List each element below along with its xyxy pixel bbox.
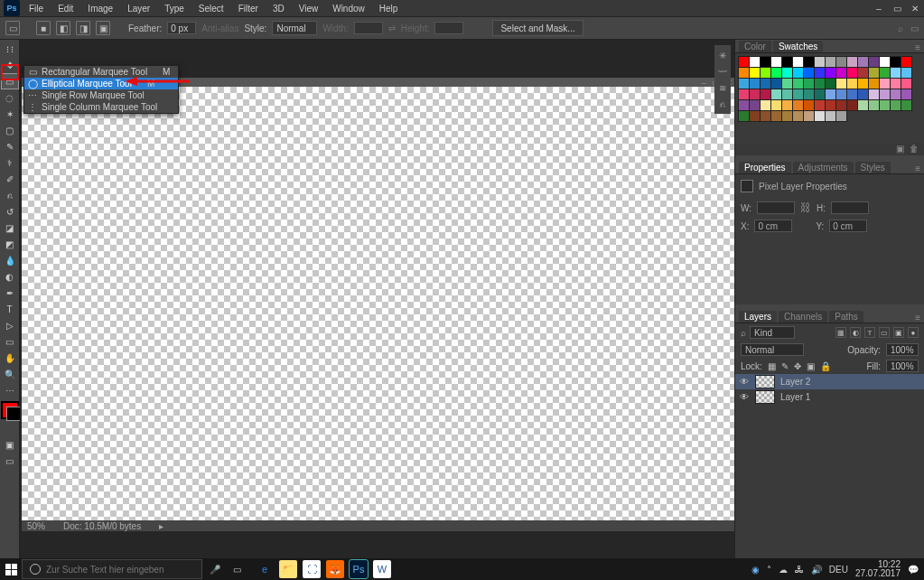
paths-tab[interactable]: Paths	[829, 311, 863, 323]
swatch[interactable]	[793, 100, 803, 110]
lock-icon[interactable]: 🔒	[820, 361, 831, 371]
visibility-icon[interactable]: 👁	[739, 377, 750, 387]
swatch[interactable]	[901, 68, 911, 78]
clone-source-icon[interactable]: ⎌	[716, 98, 729, 110]
window-close[interactable]: ✕	[906, 2, 924, 15]
swatch[interactable]	[739, 100, 749, 110]
menu-3d[interactable]: 3D	[267, 2, 290, 15]
swatch[interactable]	[782, 68, 792, 78]
filter-toggle-icon[interactable]: ●	[908, 327, 919, 338]
swatch[interactable]	[804, 57, 814, 67]
word-icon[interactable]: W	[373, 560, 391, 578]
swatch[interactable]	[836, 68, 846, 78]
layer-row[interactable]: 👁 Layer 2	[735, 374, 924, 389]
swatch[interactable]	[826, 57, 835, 67]
swatch[interactable]	[804, 68, 814, 78]
window-minimize[interactable]: –	[870, 2, 888, 15]
swatch[interactable]	[891, 68, 901, 78]
swatch[interactable]	[815, 68, 825, 78]
swatch[interactable]	[869, 100, 879, 110]
menu-image[interactable]: Image	[82, 2, 118, 15]
swatch[interactable]	[891, 100, 901, 110]
layers-search-icon[interactable]: ⌕	[741, 328, 746, 338]
lasso-tool[interactable]: ◌	[2, 90, 18, 105]
swatch[interactable]	[793, 111, 803, 121]
swatch[interactable]	[750, 89, 760, 99]
brush-panel-icon[interactable]: 〰	[716, 65, 729, 78]
filter-pixel-icon[interactable]: ▦	[835, 327, 846, 338]
visibility-icon[interactable]: 👁	[739, 392, 750, 402]
menu-select[interactable]: Select	[193, 2, 229, 15]
start-button[interactable]	[0, 558, 22, 580]
selection-new-icon[interactable]: ■	[36, 21, 51, 35]
swatch[interactable]	[836, 57, 846, 67]
swatch[interactable]	[836, 89, 846, 99]
layer-thumbnail[interactable]	[755, 390, 775, 404]
photoshop-taskbar-icon[interactable]: Ps	[350, 560, 368, 578]
swatch[interactable]	[750, 68, 760, 78]
tray-lang[interactable]: DEU	[829, 565, 848, 575]
color-tab[interactable]: Color	[739, 41, 771, 52]
swatch[interactable]	[782, 79, 792, 89]
swatch[interactable]	[771, 100, 781, 110]
swatch[interactable]	[793, 89, 803, 99]
brush-presets-icon[interactable]: ≋	[716, 81, 729, 94]
swatch[interactable]	[901, 100, 911, 110]
swatch[interactable]	[826, 100, 835, 110]
swatch[interactable]	[761, 57, 770, 67]
search-input[interactable]	[46, 565, 182, 575]
swatch[interactable]	[793, 57, 803, 67]
swatch[interactable]	[826, 111, 835, 121]
taskbar-clock[interactable]: 10:22 27.07.2017	[855, 560, 901, 578]
menu-window[interactable]: Window	[327, 2, 370, 15]
new-swatch-icon[interactable]: ▣	[896, 144, 904, 154]
filter-shape-icon[interactable]: ▭	[879, 327, 890, 338]
swatch[interactable]	[782, 111, 792, 121]
delete-swatch-icon[interactable]: 🗑	[910, 144, 919, 154]
type-tool[interactable]: T	[2, 302, 18, 316]
tray-up-icon[interactable]: ˄	[767, 565, 771, 575]
style-dropdown[interactable]: Normal	[272, 21, 317, 35]
status-arrow-icon[interactable]: ▸	[159, 521, 163, 531]
swatch[interactable]	[847, 89, 857, 99]
swatch[interactable]	[847, 79, 857, 89]
swatch[interactable]	[771, 68, 781, 78]
swatch[interactable]	[869, 68, 879, 78]
link-wh-icon[interactable]: ⛓	[800, 201, 811, 214]
firefox-icon[interactable]: 🦊	[326, 560, 344, 578]
swatch[interactable]	[804, 79, 814, 89]
workspace-menu-icon[interactable]: ▭	[910, 23, 919, 33]
swatch[interactable]	[750, 100, 760, 110]
menu-help[interactable]: Help	[374, 2, 404, 15]
gradient-tool[interactable]: ◩	[2, 237, 18, 251]
tray-bubble-icon[interactable]: ◉	[751, 565, 760, 575]
swatch[interactable]	[739, 79, 749, 89]
swatch[interactable]	[771, 111, 781, 121]
blur-tool[interactable]: 💧	[2, 253, 18, 267]
history-panel-icon[interactable]: ✳	[716, 49, 729, 61]
crop-tool[interactable]: ▢	[2, 123, 18, 137]
lock-pixels-icon[interactable]: ✎	[781, 361, 789, 371]
channels-tab[interactable]: Channels	[779, 311, 827, 323]
swatch[interactable]	[880, 57, 890, 67]
mic-icon[interactable]: 🎤	[202, 565, 228, 575]
quick-select-tool[interactable]: ✶	[2, 107, 18, 121]
swatch[interactable]	[804, 100, 814, 110]
explorer-icon[interactable]: 📁	[279, 560, 297, 578]
swatch[interactable]	[750, 57, 760, 67]
pen-tool[interactable]: ✒	[2, 285, 18, 300]
path-select-tool[interactable]: ▷	[2, 318, 18, 332]
swatch[interactable]	[793, 79, 803, 89]
selection-subtract-icon[interactable]: ◨	[76, 21, 90, 35]
swatch[interactable]	[771, 79, 781, 89]
flyout-item-single-column[interactable]: ⋮ Single Column Marquee Tool	[24, 101, 178, 113]
canvas[interactable]	[22, 87, 734, 522]
menu-file[interactable]: File	[23, 2, 49, 15]
swatch[interactable]	[782, 57, 792, 67]
panel-menu-icon[interactable]: ≡	[915, 164, 924, 173]
swatch[interactable]	[858, 89, 868, 99]
filter-smart-icon[interactable]: ▣	[893, 327, 904, 338]
swatch[interactable]	[782, 89, 792, 99]
swatch[interactable]	[761, 79, 770, 89]
dodge-tool[interactable]: ◐	[2, 269, 18, 284]
